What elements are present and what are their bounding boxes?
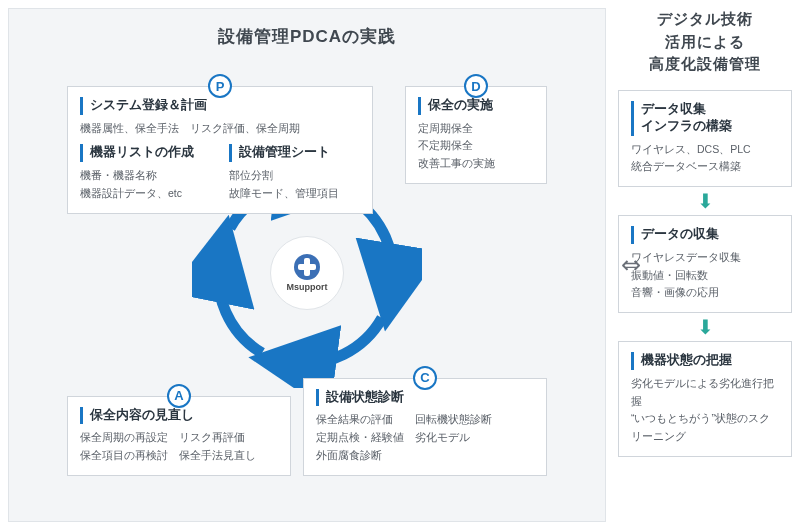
badge-a: A (167, 384, 191, 408)
pdca-box-act: A 保全内容の見直し 保全周期の再設定 リスク再評価 保全項目の再検討 保全手法… (67, 396, 291, 476)
connect-arrow-icon: ⇔ (621, 251, 641, 279)
digital-box-infra: データ収集 インフラの構築 ワイヤレス、DCS、PLC 統合データベース構築 (618, 90, 792, 188)
pdca-panel: 設備管理PDCAの実践 Msupport P システム登録＆計画 機器 (8, 8, 606, 522)
p-heading-1: システム登録＆計画 (80, 97, 360, 115)
msupport-icon (294, 254, 320, 280)
pdca-box-do: D 保全の実施 定周期保全 不定期保全 改善工事の実施 (405, 86, 547, 184)
p-col1-heading: 機器リストの作成 (80, 144, 211, 162)
p-body-1: 機器属性、保全手法 リスク評価、保全周期 (80, 120, 360, 138)
a-heading: 保全内容の見直し (80, 407, 278, 425)
badge-p: P (208, 74, 232, 98)
digital-boxes: データ収集 インフラの構築 ワイヤレス、DCS、PLC 統合データベース構築 ⬇… (618, 90, 792, 458)
badge-d: D (464, 74, 488, 98)
digital-box-status: 機器状態の把握 劣化モデルによる劣化進行把握 “いつもとちがう”状態のスクリーニ… (618, 341, 792, 457)
d-heading: 保全の実施 (418, 97, 534, 115)
d-body: 定周期保全 不定期保全 改善工事の実施 (418, 120, 534, 174)
status-heading: 機器状態の把握 (631, 352, 779, 370)
infra-heading: データ収集 インフラの構築 (631, 101, 779, 136)
msupport-logo: Msupport (270, 236, 344, 310)
pdca-box-plan: P システム登録＆計画 機器属性、保全手法 リスク評価、保全周期 機器リストの作… (67, 86, 373, 214)
pdca-title: 設備管理PDCAの実践 (29, 25, 585, 48)
p-col1-body: 機番・機器名称 機器設計データ、etc (80, 167, 211, 203)
pdca-box-check: C 設備状態診断 保全結果の評価 回転機状態診断 定期点検・経験値 劣化モデル … (303, 378, 547, 476)
down-arrow-icon: ⬇ (697, 191, 714, 211)
digital-panel: デジタル技術 活用による 高度化設備管理 データ収集 インフラの構築 ワイヤレス… (618, 8, 792, 522)
infra-body: ワイヤレス、DCS、PLC 統合データベース構築 (631, 141, 779, 177)
c-heading: 設備状態診断 (316, 389, 534, 407)
collect-heading: データの収集 (631, 226, 779, 244)
digital-title: デジタル技術 活用による 高度化設備管理 (618, 8, 792, 76)
status-body: 劣化モデルによる劣化進行把握 “いつもとちがう”状態のスクリーニング (631, 375, 779, 446)
pdca-cycle: Msupport P システム登録＆計画 機器属性、保全手法 リスク評価、保全周… (29, 58, 585, 488)
p-col2-heading: 設備管理シート (229, 144, 360, 162)
a-body: 保全周期の再設定 リスク再評価 保全項目の再検討 保全手法見直し (80, 429, 278, 465)
c-body: 保全結果の評価 回転機状態診断 定期点検・経験値 劣化モデル 外面腐食診断 (316, 411, 534, 465)
down-arrow-icon: ⬇ (697, 317, 714, 337)
p-col2-body: 部位分割 故障モード、管理項目 (229, 167, 360, 203)
msupport-logo-text: Msupport (287, 282, 328, 292)
digital-box-collect: データの収集 ワイヤレスデータ収集 振動値・回転数 音響・画像の応用 (618, 215, 792, 313)
collect-body: ワイヤレスデータ収集 振動値・回転数 音響・画像の応用 (631, 249, 779, 303)
badge-c: C (413, 366, 437, 390)
